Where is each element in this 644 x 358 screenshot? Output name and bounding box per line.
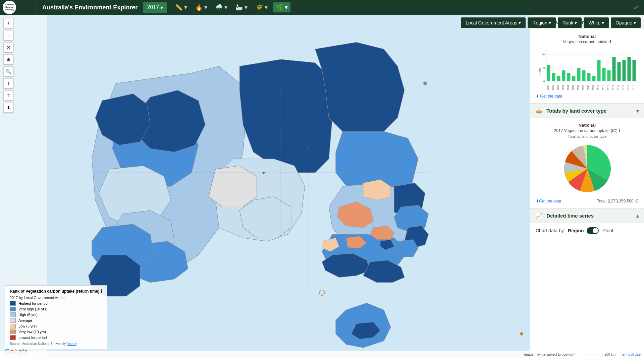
legend-title: Rank of Vegetation carbon uptake (return… [10, 289, 102, 294]
svg-text:2009: 2009 [592, 85, 594, 91]
nav-crop-icon[interactable]: 🌾 ▾ [253, 2, 270, 12]
legend-label-lowest: Lowest for period [18, 336, 47, 340]
svg-text:2006: 2006 [577, 85, 579, 91]
legend-item-low: Low (5 yrs) [10, 324, 102, 329]
search-button[interactable]: 🔍 [3, 66, 13, 76]
svg-point-32 [319, 290, 325, 295]
get-data-link[interactable]: ⬇ Get the data [536, 94, 639, 99]
svg-text:2011: 2011 [602, 85, 604, 91]
nav-fire-icon[interactable]: 🔥 ▾ [193, 2, 210, 12]
legend-label-very-low: Very low (10 yrs) [18, 330, 46, 334]
year-selector[interactable]: 2017 ▾ [143, 2, 167, 13]
legend-source: Source: Australian National University (… [10, 342, 102, 346]
get-data-link2[interactable]: ⬇Get the data [536, 199, 561, 203]
legend-color-average [10, 318, 16, 323]
svg-rect-63 [623, 60, 626, 81]
rank-dropdown[interactable]: Rank ▾ [558, 17, 582, 28]
bottom-bar: Image may be subject to copyright |—————… [0, 351, 644, 358]
opaque-dropdown[interactable]: Opaque ▾ [611, 17, 641, 28]
university-logo: AustralianNationalUniversity [3, 1, 16, 14]
bar-chart: Rank 0 5 10 [536, 48, 639, 91]
legend-label-average: Average [18, 318, 32, 322]
expand-button[interactable]: ⤢ [628, 4, 644, 11]
chart-data-row: Chart data by Region Point [530, 223, 644, 238]
pie-type-label: Total by land cover type [536, 134, 639, 138]
svg-rect-61 [612, 57, 616, 81]
region-point-toggle[interactable] [587, 227, 599, 234]
help-button[interactable]: ? [3, 91, 13, 101]
svg-text:2007: 2007 [582, 85, 584, 91]
reset-button[interactable]: ✕ [3, 42, 13, 52]
svg-rect-52 [567, 73, 571, 81]
copyright-text: Image may be subject to copyright [524, 353, 575, 356]
totals-chevron: ▾ [636, 108, 639, 114]
legend-label-very-high: Very high (10 yrs) [18, 307, 47, 311]
region-dropdown[interactable]: Region ▾ [528, 17, 555, 28]
white-dropdown[interactable]: White ▾ [584, 17, 609, 28]
toggle-slider[interactable] [587, 227, 599, 234]
legend-color-lowest [10, 335, 16, 340]
legend-item-lowest: Lowest for period [10, 335, 102, 340]
svg-rect-57 [592, 76, 596, 81]
terms-of-use[interactable]: Terms of Use [621, 353, 641, 356]
svg-rect-62 [618, 62, 621, 81]
svg-rect-53 [572, 76, 576, 81]
nav-fauna-icon[interactable]: 🦢 ▾ [233, 2, 250, 12]
legend-color-very-low [10, 330, 16, 334]
line-chart-icon: 📈 [536, 213, 542, 219]
svg-text:2000: 2000 [547, 85, 549, 91]
svg-text:2010: 2010 [597, 85, 599, 91]
nav-icons: ✏️ ▾ 🔥 ▾ 🌧️ ▾ 🦢 ▾ 🌾 ▾ 🌿 ▾ [167, 2, 628, 12]
nav-vegetation-icon[interactable]: ✏️ ▾ [172, 2, 190, 12]
totals-section-header[interactable]: 🥧 Totals by land cover type ▾ [530, 104, 644, 118]
nav-rain-icon[interactable]: 🌧️ ▾ [213, 2, 230, 12]
pie-chart-container [536, 142, 639, 195]
legend-item-highest: Highest for period [10, 301, 102, 306]
app-title: Australia's Environment Explorer [37, 4, 143, 11]
totals-section: 🥧 Totals by land cover type ▾ National 2… [530, 104, 644, 208]
legend-item-very-high: Very high (10 yrs) [10, 307, 102, 311]
svg-text:2013: 2013 [612, 85, 614, 91]
svg-rect-50 [557, 76, 560, 81]
svg-text:2015: 2015 [622, 85, 625, 91]
toggle-knob [593, 228, 598, 233]
lga-dropdown[interactable]: Local Government Areas ▾ [461, 17, 526, 28]
legend: Rank of Vegetation carbon uptake (return… [5, 285, 107, 349]
chart-data-point: Point [603, 228, 613, 233]
legend-color-very-high [10, 307, 16, 311]
svg-text:2002: 2002 [557, 85, 559, 91]
legend-color-high [10, 312, 16, 317]
year-value: 2017 [147, 4, 159, 10]
svg-text:2003: 2003 [562, 85, 564, 91]
svg-rect-54 [577, 68, 581, 81]
chart-data-region: Region [568, 228, 584, 233]
svg-text:Rank: Rank [538, 67, 542, 75]
annual-series-content: National Vegetation carbon uptake ℹ Rank… [530, 29, 644, 103]
totals-section-label: Totals by land cover type [546, 108, 606, 114]
svg-rect-48 [547, 65, 550, 81]
svg-rect-64 [628, 57, 631, 81]
map-toolbar: Local Government Areas ▾ Region ▾ Rank ▾… [461, 17, 641, 28]
right-panel: 📊 Annual time series ▾ National Vegetati… [530, 15, 644, 358]
svg-marker-22 [209, 166, 257, 207]
svg-text:2014: 2014 [617, 85, 620, 91]
scale-distance: 200 km [604, 353, 615, 356]
svg-text:2008: 2008 [587, 85, 589, 91]
share-button[interactable]: ⤴ [3, 78, 13, 88]
svg-point-38 [307, 147, 309, 150]
zoom-out-button[interactable]: − [3, 30, 13, 40]
svg-text:0: 0 [543, 80, 545, 83]
svg-rect-55 [582, 70, 586, 81]
svg-point-39 [421, 192, 422, 194]
locate-button[interactable]: ⊕ [3, 54, 13, 64]
nav-plant-icon[interactable]: 🌿 ▾ [273, 2, 290, 12]
legend-more-link[interactable]: (more) [67, 342, 76, 346]
svg-rect-65 [633, 60, 636, 81]
zoom-in-button[interactable]: + [3, 18, 13, 28]
download-button[interactable]: ⬇ [3, 103, 13, 113]
svg-rect-59 [602, 68, 606, 81]
bar-chart-svg: Rank 0 5 10 [536, 48, 639, 91]
legend-label-high: High (5 yrs) [18, 313, 38, 317]
svg-text:2017: 2017 [632, 85, 635, 91]
detailed-series-header[interactable]: 📈 Detailed time series ▴ [530, 208, 644, 223]
